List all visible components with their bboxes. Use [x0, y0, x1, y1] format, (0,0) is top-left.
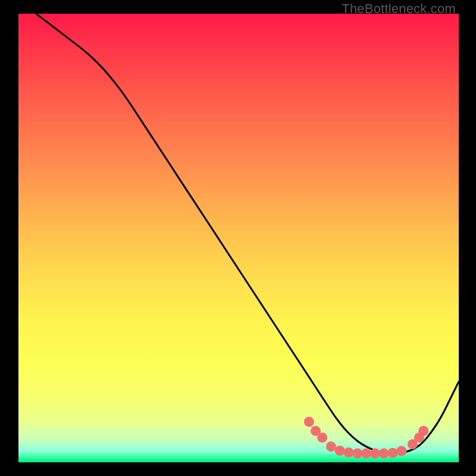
highlight-dot: [317, 433, 327, 443]
chart-svg: [18, 14, 459, 462]
chart-frame: [18, 14, 459, 462]
highlight-dot: [388, 448, 398, 458]
highlight-dot: [335, 446, 345, 456]
highlight-dot: [352, 448, 362, 458]
highlight-dot: [361, 448, 371, 458]
highlight-dot: [326, 441, 336, 452]
highlight-dot: [418, 426, 428, 436]
highlight-dot: [370, 448, 380, 458]
highlight-dot: [304, 417, 314, 427]
highlight-dot: [344, 447, 354, 458]
highlight-dot: [396, 446, 406, 456]
bottleneck-curve: [36, 14, 459, 453]
highlight-dot: [379, 448, 389, 458]
watermark-text: TheBottleneck.com: [342, 1, 456, 17]
highlight-dots: [304, 417, 428, 459]
